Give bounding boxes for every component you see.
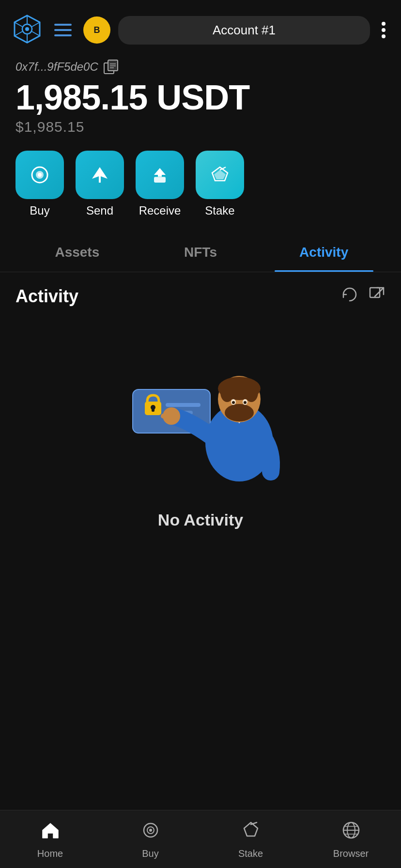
stake-nav-label: Stake xyxy=(238,848,263,859)
account-selector-button[interactable]: Account #1 xyxy=(118,16,370,45)
svg-point-51 xyxy=(149,829,152,832)
copy-address-icon[interactable] xyxy=(102,58,120,76)
logo-icon[interactable] xyxy=(12,14,43,46)
external-link-activity-button[interactable] xyxy=(368,286,386,307)
wallet-address: 0x7f...9fF5de0C xyxy=(15,58,386,76)
nav-item-stake[interactable]: Stake xyxy=(200,820,301,859)
nav-item-browser[interactable]: Browser xyxy=(301,820,401,859)
svg-marker-21 xyxy=(154,168,166,177)
svg-point-18 xyxy=(38,173,42,177)
tab-assets[interactable]: Assets xyxy=(15,233,139,272)
binance-icon: B xyxy=(83,16,110,44)
empty-activity-state: No Activity xyxy=(0,317,401,549)
svg-point-45 xyxy=(232,401,235,404)
svg-point-40 xyxy=(220,383,234,402)
svg-rect-12 xyxy=(108,60,118,71)
svg-rect-48 xyxy=(161,414,174,418)
hamburger-menu-icon[interactable] xyxy=(50,20,76,40)
refresh-activity-button[interactable] xyxy=(341,286,358,307)
home-nav-label: Home xyxy=(37,848,63,859)
stake-nav-icon xyxy=(240,820,262,845)
svg-line-8 xyxy=(15,31,22,36)
more-options-icon[interactable] xyxy=(378,18,389,42)
stake-button[interactable]: Stake xyxy=(196,151,244,217)
tab-activity[interactable]: Activity xyxy=(262,233,386,272)
activity-title: Activity xyxy=(15,286,78,307)
receive-button[interactable]: Receive xyxy=(136,151,184,217)
wallet-info: 0x7f...9fF5de0C 1,985.15 USDT $1,985.15 xyxy=(0,54,401,147)
buy-nav-icon xyxy=(140,820,161,845)
svg-line-5 xyxy=(15,22,22,27)
header: B Account #1 xyxy=(0,0,401,54)
browser-nav-label: Browser xyxy=(333,848,369,859)
svg-text:B: B xyxy=(94,25,100,35)
svg-point-46 xyxy=(244,401,247,404)
svg-point-2 xyxy=(25,27,29,31)
svg-marker-19 xyxy=(92,167,108,183)
svg-rect-33 xyxy=(166,403,200,407)
svg-point-41 xyxy=(245,383,258,402)
nav-item-buy[interactable]: Buy xyxy=(100,820,200,859)
svg-line-6 xyxy=(32,31,40,36)
svg-line-7 xyxy=(32,22,40,27)
svg-point-42 xyxy=(225,404,254,421)
no-activity-message: No Activity xyxy=(158,511,243,529)
tab-nfts[interactable]: NFTs xyxy=(139,233,262,272)
send-button[interactable]: Send xyxy=(76,151,124,217)
nav-item-home[interactable]: Home xyxy=(0,820,100,859)
tabs-row: Assets NFTs Activity xyxy=(0,233,401,272)
action-buttons-row: Buy Send Receive Stake xyxy=(0,147,401,233)
svg-rect-20 xyxy=(154,177,166,183)
home-icon xyxy=(40,820,61,845)
activity-action-buttons xyxy=(341,286,386,307)
svg-rect-32 xyxy=(152,407,154,412)
balance-usd: $1,985.15 xyxy=(15,119,386,135)
buy-button[interactable]: Buy xyxy=(15,151,64,217)
balance-main: 1,985.15 USDT xyxy=(15,78,386,117)
activity-section-header: Activity xyxy=(0,272,401,317)
svg-marker-24 xyxy=(214,170,226,179)
bottom-navigation: Home Buy Stake xyxy=(0,810,401,868)
buy-nav-label: Buy xyxy=(142,848,158,859)
browser-nav-icon xyxy=(340,820,362,845)
